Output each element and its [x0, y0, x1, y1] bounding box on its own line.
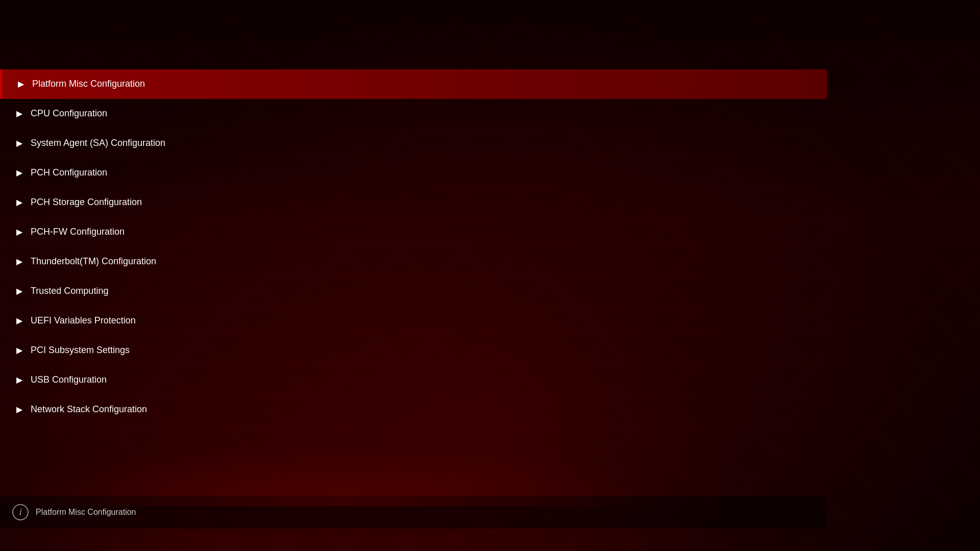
hw-cache-v: Cache V req for 4800MHz 1.237 V @L4: [838, 292, 902, 313]
nav-favorites[interactable]: My Favorites: [0, 41, 82, 68]
hw-bclk: BCLK 100.00 MHz: [838, 118, 902, 135]
menu-item-pci-subsystem[interactable]: ▶ PCI Subsystem Settings: [0, 336, 827, 365]
mc-volt-label: MC Volt.: [838, 162, 902, 169]
svg-text:ROG: ROG: [13, 16, 31, 25]
arrow-icon: ▶: [16, 405, 22, 414]
arrow-icon: ▶: [16, 375, 22, 385]
nav-icon-resizebar[interactable]: ⊞ ReSize BAR: [717, 0, 781, 41]
cooler-value: 208 pts: [906, 220, 970, 229]
bottom-actions: Last Modified EzMode(F7) ⇨ Hot Keys ?: [761, 529, 970, 552]
hardware-monitor-panel: CPU/Memory Frequency 5800 MHz Temperatur…: [827, 69, 980, 529]
core-voltage-value: 1.341 V: [906, 126, 970, 135]
last-modified-btn[interactable]: Last Modified: [761, 529, 828, 552]
temperature-value: 26°C: [906, 104, 970, 113]
fan-icon: ⚙: [501, 15, 508, 25]
capacity-label: Capacity: [906, 162, 970, 169]
hot-keys-btn[interactable]: Hot Keys ?: [901, 529, 970, 552]
cache-v-value: 1.237 V @L4: [838, 306, 902, 313]
top-bar: ROG UEFI BIOS Utility – Advanced Mode 05…: [0, 0, 980, 41]
nav-icon-myfavorite[interactable]: ☆ MyFavorite: [433, 0, 493, 41]
version-text: Version 2.22.1286 Copyright (C) 2023 AMI: [385, 536, 761, 544]
hw-core-voltage: Core Voltage 1.341 V: [906, 118, 970, 135]
myfavorite-label: MyFavorite: [450, 16, 485, 24]
memtest-label: MemTest86: [799, 16, 836, 24]
nav-icon-language[interactable]: 🌐 English: [381, 0, 433, 41]
sp-label: SP: [838, 212, 902, 219]
menu-item-pch-storage[interactable]: ▶ PCH Storage Configuration: [0, 188, 827, 217]
hw-temperature: Temperature 26°C: [906, 96, 970, 113]
nav-tool[interactable]: Tool: [409, 41, 455, 68]
hw-ratio: Ratio 58x: [838, 140, 902, 157]
pcore-freq-highlight: 5400MHz: [838, 243, 902, 251]
menu-item-network-stack[interactable]: ▶ Network Stack Configuration: [0, 395, 827, 424]
globe-icon: 🌐: [389, 15, 399, 25]
menu-item-label: Platform Misc Configuration: [32, 79, 145, 89]
nav-advanced[interactable]: Advanced: [232, 41, 302, 69]
last-modified-label: Last Modified: [774, 536, 816, 544]
menu-item-cpu-config[interactable]: ▶ CPU Configuration: [0, 99, 827, 129]
menu-item-label: CPU Configuration: [31, 108, 107, 119]
nav-main[interactable]: Main: [82, 41, 131, 68]
nav-hw-monitor[interactable]: 🖥 Hardware Monitor: [857, 41, 980, 68]
nav-icon-aioc[interactable]: 🌐 AI OC Guide: [559, 0, 627, 41]
pcore-lh-label: P-Core Light/Heavy: [906, 237, 970, 243]
day-display: Thursday: [248, 20, 276, 28]
menu-item-system-agent[interactable]: ▶ System Agent (SA) Configuration: [0, 129, 827, 158]
nav-icon-qfan[interactable]: ⚙ Qfan Control: [494, 0, 559, 41]
ecore-v-label: E-Core V for: [838, 264, 902, 270]
menu-item-platform-misc[interactable]: ▶ Platform Misc Configuration: [0, 69, 827, 99]
nav-exit[interactable]: Exit: [455, 41, 500, 68]
settings-icon[interactable]: ⚙: [364, 15, 372, 26]
capacity-value: 32768 MB: [906, 170, 970, 179]
cooler-label: Cooler: [906, 212, 970, 219]
hw-heavy-cache: Heavy Cache 5226 MHz: [906, 292, 970, 313]
menu-item-label: Network Stack Configuration: [31, 404, 147, 415]
monitor-icon: 🖥: [875, 49, 886, 61]
heavy-cache-value: 5226 MHz: [906, 298, 970, 306]
hw-sp: SP 97: [838, 212, 902, 229]
bottom-bar: Version 2.22.1286 Copyright (C) 2023 AMI…: [0, 529, 980, 551]
ratio-value: 58x: [838, 148, 902, 157]
arrow-icon: ▶: [16, 345, 22, 355]
menu-item-pch-fw[interactable]: ▶ PCH-FW Configuration: [0, 217, 827, 247]
arrow-icon: ▶: [16, 257, 22, 266]
nav-icon-aura[interactable]: ✦ AURA: [673, 0, 717, 41]
menu-item-uefi-vars[interactable]: ▶ UEFI Variables Protection: [0, 306, 827, 336]
memtest-icon: ▣: [788, 15, 796, 25]
cpu-memory-grid: Frequency 5800 MHz Temperature 26°C BCLK…: [838, 96, 970, 179]
ez-mode-btn[interactable]: EzMode(F7) ⇨: [828, 529, 901, 552]
menu-item-pch-config[interactable]: ▶ PCH Configuration: [0, 158, 827, 188]
favorite-icon: ☆: [440, 15, 447, 25]
ecore-v-value: 1.098 V @L4: [838, 278, 902, 286]
menu-item-label: UEFI Variables Protection: [31, 315, 136, 326]
info-icon: i: [12, 504, 29, 520]
arrow-icon: ▶: [16, 138, 22, 148]
search-label: Search: [642, 16, 665, 24]
menu-item-usb-config[interactable]: ▶ USB Configuration: [0, 365, 827, 395]
bclk-value: 100.00 MHz: [838, 126, 902, 135]
ez-mode-arrow-icon: ⇨: [884, 537, 889, 544]
hw-capacity: Capacity 32768 MB: [906, 162, 970, 179]
menu-item-trusted[interactable]: ▶ Trusted Computing: [0, 277, 827, 306]
hw-pcore-v: P-Core V for 5400MHz 1.279 V @L4: [838, 237, 902, 258]
hw-dram-freq: DRAM Freq. 7200 MHz: [906, 140, 970, 157]
dram-freq-value: 7200 MHz: [906, 148, 970, 157]
nav-extreme-tweaker[interactable]: Extreme Tweaker: [131, 41, 232, 68]
menu-item-label: Thunderbolt(TM) Configuration: [31, 256, 156, 267]
nav-monitor[interactable]: Monitor: [302, 41, 361, 68]
logo-area: ROG UEFI BIOS Utility – Advanced Mode: [8, 7, 229, 34]
cpu-memory-title: CPU/Memory: [838, 78, 970, 89]
nav-boot[interactable]: Boot: [361, 41, 409, 68]
nav-icon-search[interactable]: ? Search: [627, 0, 672, 41]
hw-ecore-v: E-Core V for 4200MHz 1.098 V @L4: [838, 264, 902, 286]
cache-freq-highlight: 4800MHz: [838, 298, 902, 306]
bclk-label: BCLK: [838, 118, 902, 125]
nav-icon-memtest[interactable]: ▣ MemTest86: [781, 0, 843, 41]
info-text: Platform Misc Configuration: [36, 508, 136, 517]
hw-divider: [838, 187, 970, 187]
resize-icon: ⊞: [724, 15, 731, 25]
frequency-value: 5800 MHz: [838, 104, 902, 113]
menu-item-thunderbolt[interactable]: ▶ Thunderbolt(TM) Configuration: [0, 247, 827, 277]
date-display: 05/11/2023: [248, 13, 281, 20]
ez-mode-label: EzMode(F7): [841, 536, 880, 544]
